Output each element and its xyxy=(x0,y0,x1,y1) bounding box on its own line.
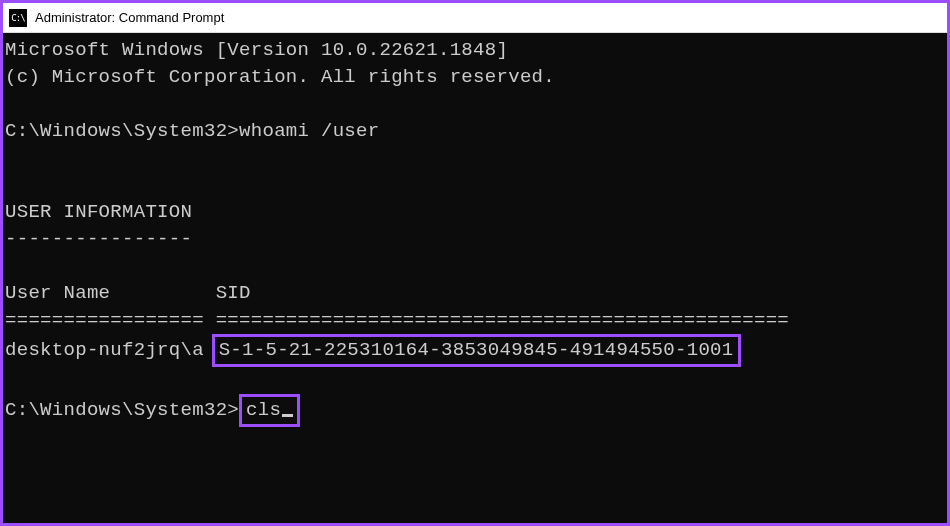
titlebar[interactable]: C:\ Administrator: Command Prompt xyxy=(3,3,947,33)
column-username: User Name xyxy=(5,282,110,304)
cursor xyxy=(282,414,293,417)
terminal-area[interactable]: Microsoft Windows [Version 10.0.22621.18… xyxy=(3,33,947,523)
sid-value: S-1-5-21-225310164-3853049845-491494550-… xyxy=(219,339,734,361)
sid-highlight: S-1-5-21-225310164-3853049845-491494550-… xyxy=(212,334,741,367)
user-info-header: USER INFORMATION xyxy=(5,201,192,223)
divider-username: ================= xyxy=(5,309,204,331)
cmd-icon: C:\ xyxy=(9,9,27,27)
window-title: Administrator: Command Prompt xyxy=(35,10,224,25)
window-frame: C:\ Administrator: Command Prompt Micros… xyxy=(0,0,950,526)
column-sid: SID xyxy=(216,282,251,304)
copyright-line: (c) Microsoft Corporation. All rights re… xyxy=(5,66,555,88)
divider-sid: ========================================… xyxy=(216,309,789,331)
prompt: C:\Windows\System32> xyxy=(5,399,239,421)
cls-highlight: cls xyxy=(239,394,300,427)
user-info-underline: ---------------- xyxy=(5,228,192,250)
username-value: desktop-nuf2jrq\a xyxy=(5,339,204,361)
command-cls: cls xyxy=(246,399,281,421)
prompt: C:\Windows\System32> xyxy=(5,120,239,142)
command-whoami: whoami /user xyxy=(239,120,379,142)
version-line: Microsoft Windows [Version 10.0.22621.18… xyxy=(5,39,508,61)
